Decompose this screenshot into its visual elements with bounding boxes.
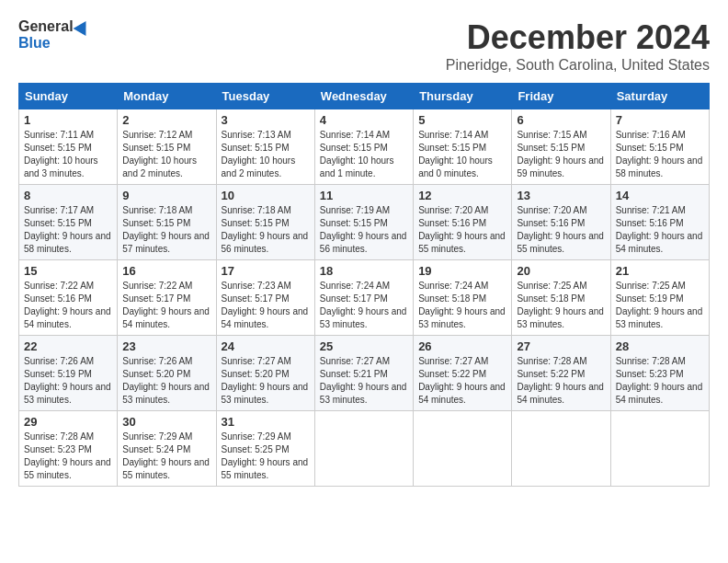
calendar-week-1: 1 Sunrise: 7:11 AMSunset: 5:15 PMDayligh… [19,109,710,185]
day-number: 22 [24,339,112,353]
calendar-day-20: 20 Sunrise: 7:25 AMSunset: 5:18 PMDaylig… [512,260,610,336]
day-number: 3 [222,113,310,127]
day-info: Sunrise: 7:21 AMSunset: 5:16 PMDaylight:… [616,205,703,254]
calendar-day-19: 19 Sunrise: 7:24 AMSunset: 5:18 PMDaylig… [414,260,512,336]
day-number: 28 [616,339,704,353]
calendar-day-28: 28 Sunrise: 7:28 AMSunset: 5:23 PMDaylig… [610,336,709,411]
day-number: 24 [222,339,310,353]
weekday-header-sunday: Sunday [19,84,118,109]
logo-blue-text: Blue [18,35,51,52]
day-info: Sunrise: 7:22 AMSunset: 5:17 PMDaylight:… [122,281,210,329]
calendar-day-16: 16 Sunrise: 7:22 AMSunset: 5:17 PMDaylig… [118,260,216,336]
day-info: Sunrise: 7:29 AMSunset: 5:24 PMDaylight:… [122,431,210,480]
calendar-day-6: 6 Sunrise: 7:15 AMSunset: 5:15 PMDayligh… [512,109,610,185]
calendar-day-18: 18 Sunrise: 7:24 AMSunset: 5:17 PMDaylig… [314,260,413,336]
day-info: Sunrise: 7:25 AMSunset: 5:18 PMDaylight:… [517,281,604,329]
calendar-day-27: 27 Sunrise: 7:28 AMSunset: 5:22 PMDaylig… [512,336,610,411]
day-number: 14 [616,189,704,202]
weekday-header-wednesday: Wednesday [314,84,413,109]
day-number: 1 [24,113,112,127]
day-number: 7 [616,113,704,127]
day-info: Sunrise: 7:24 AMSunset: 5:18 PMDaylight:… [418,281,506,329]
day-info: Sunrise: 7:26 AMSunset: 5:20 PMDaylight:… [122,356,210,405]
calendar-week-5: 29 Sunrise: 7:28 AMSunset: 5:23 PMDaylig… [19,411,710,487]
day-number: 19 [418,264,506,278]
calendar-header-row: SundayMondayTuesdayWednesdayThursdayFrid… [19,84,710,109]
day-info: Sunrise: 7:24 AMSunset: 5:17 PMDaylight:… [320,281,407,329]
day-info: Sunrise: 7:15 AMSunset: 5:15 PMDaylight:… [517,130,604,178]
logo-triangle-icon [73,17,92,36]
weekday-header-tuesday: Tuesday [216,84,314,109]
day-number: 6 [517,113,605,127]
day-info: Sunrise: 7:13 AMSunset: 5:15 PMDaylight:… [222,130,296,178]
calendar-day-12: 12 Sunrise: 7:20 AMSunset: 5:16 PMDaylig… [414,185,512,260]
day-info: Sunrise: 7:23 AMSunset: 5:17 PMDaylight:… [222,281,309,329]
calendar-day-4: 4 Sunrise: 7:14 AMSunset: 5:15 PMDayligh… [314,109,413,185]
day-number: 9 [122,189,210,202]
day-number: 29 [24,415,112,429]
calendar-day-7: 7 Sunrise: 7:16 AMSunset: 5:15 PMDayligh… [610,109,709,185]
day-number: 10 [222,189,310,202]
calendar-day-8: 8 Sunrise: 7:17 AMSunset: 5:15 PMDayligh… [19,185,118,260]
day-info: Sunrise: 7:22 AMSunset: 5:16 PMDaylight:… [24,281,111,329]
day-info: Sunrise: 7:28 AMSunset: 5:23 PMDaylight:… [24,431,111,480]
day-number: 13 [517,189,605,202]
calendar-week-4: 22 Sunrise: 7:26 AMSunset: 5:19 PMDaylig… [19,336,710,411]
day-number: 31 [222,415,310,429]
logo: General Blue [18,18,90,52]
calendar-day-29: 29 Sunrise: 7:28 AMSunset: 5:23 PMDaylig… [19,411,118,487]
calendar-week-3: 15 Sunrise: 7:22 AMSunset: 5:16 PMDaylig… [19,260,710,336]
calendar-day-26: 26 Sunrise: 7:27 AMSunset: 5:22 PMDaylig… [414,336,512,411]
day-info: Sunrise: 7:12 AMSunset: 5:15 PMDaylight:… [122,130,197,178]
calendar-day-23: 23 Sunrise: 7:26 AMSunset: 5:20 PMDaylig… [118,336,216,411]
day-info: Sunrise: 7:16 AMSunset: 5:15 PMDaylight:… [616,130,703,178]
calendar-week-2: 8 Sunrise: 7:17 AMSunset: 5:15 PMDayligh… [19,185,710,260]
calendar-day-30: 30 Sunrise: 7:29 AMSunset: 5:24 PMDaylig… [118,411,216,487]
day-number: 4 [320,113,408,127]
day-info: Sunrise: 7:18 AMSunset: 5:15 PMDaylight:… [122,205,210,254]
day-number: 8 [24,189,112,202]
day-info: Sunrise: 7:14 AMSunset: 5:15 PMDaylight:… [320,130,394,178]
empty-cell [414,411,512,487]
calendar-table: SundayMondayTuesdayWednesdayThursdayFrid… [18,83,710,487]
weekday-header-saturday: Saturday [610,84,709,109]
day-number: 5 [418,113,506,127]
calendar-day-5: 5 Sunrise: 7:14 AMSunset: 5:15 PMDayligh… [414,109,512,185]
weekday-header-friday: Friday [512,84,610,109]
day-number: 18 [320,264,408,278]
day-info: Sunrise: 7:28 AMSunset: 5:22 PMDaylight:… [517,356,604,405]
day-info: Sunrise: 7:20 AMSunset: 5:16 PMDaylight:… [418,205,506,254]
day-number: 26 [418,339,506,353]
day-info: Sunrise: 7:29 AMSunset: 5:25 PMDaylight:… [222,431,309,480]
day-info: Sunrise: 7:26 AMSunset: 5:19 PMDaylight:… [24,356,111,405]
empty-cell [610,411,709,487]
title-block: December 2024 Pineridge, South Carolina,… [446,18,710,74]
calendar-day-13: 13 Sunrise: 7:20 AMSunset: 5:16 PMDaylig… [512,185,610,260]
day-number: 25 [320,339,408,353]
day-info: Sunrise: 7:27 AMSunset: 5:21 PMDaylight:… [320,356,407,405]
day-number: 2 [122,113,210,127]
day-info: Sunrise: 7:18 AMSunset: 5:15 PMDaylight:… [222,205,309,254]
calendar-day-10: 10 Sunrise: 7:18 AMSunset: 5:15 PMDaylig… [216,185,314,260]
calendar-day-2: 2 Sunrise: 7:12 AMSunset: 5:15 PMDayligh… [118,109,216,185]
day-info: Sunrise: 7:14 AMSunset: 5:15 PMDaylight:… [418,130,493,178]
weekday-header-monday: Monday [118,84,216,109]
day-info: Sunrise: 7:19 AMSunset: 5:15 PMDaylight:… [320,205,407,254]
calendar-day-15: 15 Sunrise: 7:22 AMSunset: 5:16 PMDaylig… [19,260,118,336]
calendar-day-3: 3 Sunrise: 7:13 AMSunset: 5:15 PMDayligh… [216,109,314,185]
day-number: 27 [517,339,605,353]
day-info: Sunrise: 7:27 AMSunset: 5:22 PMDaylight:… [418,356,506,405]
day-number: 21 [616,264,704,278]
calendar-body: 1 Sunrise: 7:11 AMSunset: 5:15 PMDayligh… [19,109,710,487]
calendar-day-1: 1 Sunrise: 7:11 AMSunset: 5:15 PMDayligh… [19,109,118,185]
day-number: 23 [122,339,210,353]
page-header: General Blue December 2024 Pineridge, So… [18,18,710,74]
day-info: Sunrise: 7:28 AMSunset: 5:23 PMDaylight:… [616,356,703,405]
day-info: Sunrise: 7:17 AMSunset: 5:15 PMDaylight:… [24,205,111,254]
logo-general-text: General [18,18,74,35]
month-title: December 2024 [446,18,710,57]
day-number: 17 [222,264,310,278]
day-info: Sunrise: 7:11 AMSunset: 5:15 PMDaylight:… [24,130,98,178]
calendar-day-17: 17 Sunrise: 7:23 AMSunset: 5:17 PMDaylig… [216,260,314,336]
calendar-day-24: 24 Sunrise: 7:27 AMSunset: 5:20 PMDaylig… [216,336,314,411]
